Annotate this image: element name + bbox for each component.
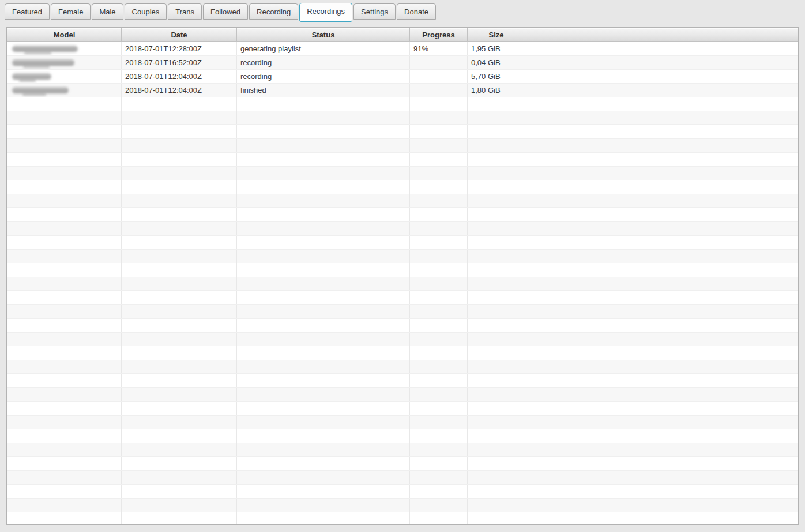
table-row[interactable]: 2018-07-01T12:28:00Zgenerating playlist9…	[7, 42, 798, 56]
tab-followed[interactable]: Followed	[203, 3, 248, 20]
cell-progress	[410, 457, 468, 470]
empty-row[interactable]	[7, 153, 798, 167]
empty-row[interactable]	[7, 305, 798, 319]
cell-status	[237, 167, 410, 180]
cell-date	[122, 402, 237, 415]
tab-trans[interactable]: Trans	[168, 3, 202, 20]
cell-model	[7, 97, 122, 111]
cell-date	[122, 305, 237, 318]
empty-row[interactable]	[7, 319, 798, 333]
cell-status	[237, 319, 410, 332]
cell-model	[7, 402, 122, 415]
cell-size	[468, 97, 525, 111]
empty-row[interactable]	[7, 471, 798, 485]
cell-progress	[410, 153, 468, 166]
recordings-table: ModelDateStatusProgressSize 2018-07-01T1…	[6, 27, 799, 525]
cell-progress	[410, 512, 468, 525]
cell-date	[122, 319, 237, 332]
empty-row[interactable]	[7, 360, 798, 374]
cell-extra	[525, 180, 798, 194]
empty-row[interactable]	[7, 291, 798, 305]
empty-row[interactable]	[7, 236, 798, 250]
cell-date	[122, 167, 237, 180]
cell-date	[122, 222, 237, 235]
empty-row[interactable]	[7, 485, 798, 499]
cell-progress	[410, 485, 468, 498]
cell-status	[237, 416, 410, 429]
empty-row[interactable]	[7, 402, 798, 416]
cell-extra	[525, 84, 798, 97]
column-header-status[interactable]: Status	[237, 28, 410, 41]
cell-model	[7, 457, 122, 470]
column-header-date[interactable]: Date	[122, 28, 237, 41]
column-header-model[interactable]: Model	[7, 28, 122, 41]
empty-row[interactable]	[7, 443, 798, 457]
cell-extra	[525, 125, 798, 138]
empty-row[interactable]	[7, 429, 798, 443]
empty-row[interactable]	[7, 512, 798, 525]
tab-settings[interactable]: Settings	[353, 3, 396, 20]
cell-extra	[525, 360, 798, 373]
cell-extra	[525, 443, 798, 456]
cell-date	[122, 346, 237, 360]
empty-row[interactable]	[7, 222, 798, 236]
empty-row[interactable]	[7, 388, 798, 402]
tab-featured[interactable]: Featured	[5, 3, 50, 20]
cell-status	[237, 97, 410, 111]
cell-model	[7, 153, 122, 166]
tab-bar: FeaturedFemaleMaleCouplesTransFollowedRe…	[5, 3, 437, 20]
cell-date	[122, 153, 237, 166]
cell-status	[237, 291, 410, 304]
cell-status	[237, 388, 410, 401]
empty-row[interactable]	[7, 111, 798, 125]
cell-size	[468, 277, 525, 290]
empty-row[interactable]	[7, 277, 798, 291]
tab-couples[interactable]: Couples	[125, 3, 167, 20]
empty-row[interactable]	[7, 125, 798, 139]
table-header-row: ModelDateStatusProgressSize	[7, 28, 798, 42]
cell-status	[237, 333, 410, 346]
table-row[interactable]: 2018-07-01T12:04:00Zfinished1,80 GiB	[7, 84, 798, 97]
cell-date	[122, 388, 237, 401]
cell-status	[237, 360, 410, 373]
tab-donate[interactable]: Donate	[397, 3, 436, 20]
empty-row[interactable]	[7, 250, 798, 263]
cell-model	[7, 360, 122, 373]
empty-row[interactable]	[7, 208, 798, 222]
empty-row[interactable]	[7, 194, 798, 208]
cell-progress	[410, 70, 468, 83]
tab-male[interactable]: Male	[92, 3, 123, 20]
table-row[interactable]: 2018-07-01T12:04:00Zrecording5,70 GiB	[7, 70, 798, 84]
cell-date	[122, 277, 237, 290]
cell-progress	[410, 416, 468, 429]
empty-row[interactable]	[7, 416, 798, 429]
cell-size	[468, 139, 525, 152]
tab-recordings[interactable]: Recordings	[299, 3, 352, 22]
cell-progress	[410, 84, 468, 97]
cell-date: 2018-07-01T12:04:00Z	[122, 70, 237, 83]
empty-row[interactable]	[7, 180, 798, 194]
column-header-progress[interactable]: Progress	[410, 28, 468, 41]
empty-row[interactable]	[7, 139, 798, 153]
empty-row[interactable]	[7, 374, 798, 388]
empty-row[interactable]	[7, 263, 798, 277]
empty-row[interactable]	[7, 333, 798, 346]
cell-model	[7, 42, 122, 55]
empty-row[interactable]	[7, 346, 798, 360]
tab-female[interactable]: Female	[51, 3, 91, 20]
cell-date	[122, 236, 237, 249]
empty-row[interactable]	[7, 499, 798, 512]
table-row[interactable]: 2018-07-01T16:52:00Zrecording0,04 GiB	[7, 56, 798, 70]
cell-status: recording	[237, 56, 410, 69]
cell-progress	[410, 360, 468, 373]
tab-recording[interactable]: Recording	[249, 3, 298, 20]
empty-row[interactable]	[7, 167, 798, 180]
empty-row[interactable]	[7, 457, 798, 471]
cell-size: 1,80 GiB	[468, 84, 525, 97]
cell-progress	[410, 56, 468, 69]
empty-row[interactable]	[7, 97, 798, 111]
cell-extra	[525, 346, 798, 360]
cell-model	[7, 305, 122, 318]
cell-model	[7, 222, 122, 235]
column-header-size[interactable]: Size	[468, 28, 525, 41]
